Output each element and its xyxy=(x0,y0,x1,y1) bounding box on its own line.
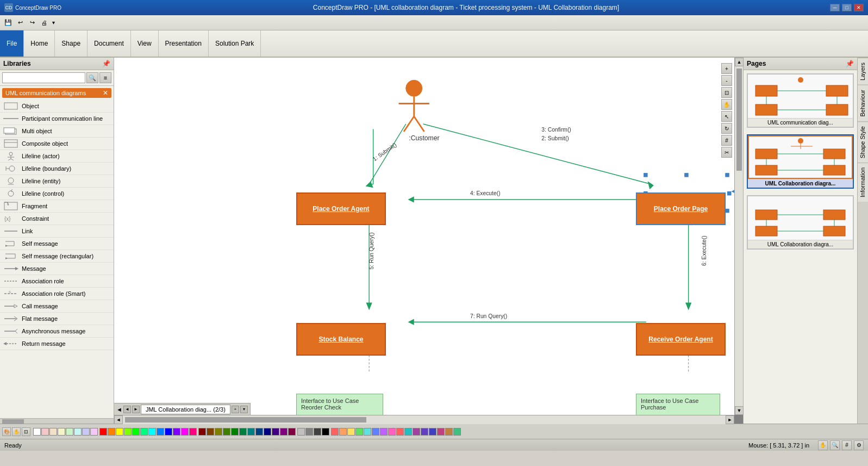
lib-item-fragment[interactable]: Fragment xyxy=(0,200,114,213)
search-button[interactable]: 🔍 xyxy=(86,72,98,83)
swatch-cyan[interactable] xyxy=(148,428,156,436)
swatch-blue[interactable] xyxy=(165,428,172,436)
library-tag-close[interactable]: ✕ xyxy=(103,89,108,97)
swatch-rose[interactable] xyxy=(189,428,197,436)
lib-item-lifeline-actor[interactable]: Lifeline (actor) xyxy=(0,150,114,163)
select-button[interactable]: ↖ xyxy=(721,111,732,122)
swatch-e3[interactable] xyxy=(347,428,355,436)
swatch-navy[interactable] xyxy=(264,428,271,436)
place-order-page-link[interactable]: Place Order Page xyxy=(654,205,708,213)
close-button[interactable]: ✕ xyxy=(854,4,864,11)
lib-item-message[interactable]: Message xyxy=(0,263,114,275)
swatch-light-cyan[interactable] xyxy=(74,428,82,436)
tab-information[interactable]: Information xyxy=(858,163,868,202)
swatch-light-yellow[interactable] xyxy=(58,428,65,436)
swatch-dark-gray[interactable] xyxy=(314,428,321,436)
lib-item-async-message[interactable]: Asynchronous message xyxy=(0,325,114,338)
swatch-light-green[interactable] xyxy=(66,428,73,436)
swatch-dark-violet[interactable] xyxy=(272,428,279,436)
swatch-dark-azure[interactable] xyxy=(255,428,263,436)
swatch-e12[interactable] xyxy=(421,428,428,436)
swatch-peach[interactable] xyxy=(49,428,57,436)
zoom-out-button[interactable]: - xyxy=(721,75,732,86)
lib-item-self-message-rect[interactable]: Self message (rectangular) xyxy=(0,250,114,263)
swatch-e6[interactable] xyxy=(372,428,379,436)
scissors-button[interactable]: ✂ xyxy=(721,147,732,158)
swatch-dark-green[interactable] xyxy=(231,428,239,436)
fit-page-button[interactable]: ⊡ xyxy=(721,87,732,98)
swatch-green[interactable] xyxy=(132,428,140,436)
swatch-yellow[interactable] xyxy=(116,428,123,436)
page-thumb-3[interactable]: UML Collaboration diagra... xyxy=(747,195,854,250)
qa-undo-button[interactable]: ↩ xyxy=(14,17,26,29)
swatch-teal[interactable] xyxy=(247,428,255,436)
lib-item-lifeline-entity[interactable]: Lifeline (entity) xyxy=(0,175,114,188)
swatch-e5[interactable] xyxy=(364,428,371,436)
hand-icon[interactable]: ✋ xyxy=(12,427,21,436)
swatch-black[interactable] xyxy=(322,428,329,436)
scroll-v-thumb[interactable] xyxy=(736,69,742,171)
minimize-button[interactable]: ─ xyxy=(830,4,840,11)
status-zoom-button[interactable]: 🔍 xyxy=(830,440,840,450)
swatch-olive[interactable] xyxy=(215,428,222,436)
tab-solution-park[interactable]: Solution Park xyxy=(209,30,261,57)
swatch-e7[interactable] xyxy=(380,428,388,436)
swatch-e11[interactable] xyxy=(413,428,420,436)
pages-pin-icon[interactable]: 📌 xyxy=(846,60,854,67)
pan-button[interactable]: ✋ xyxy=(721,99,732,110)
swatch-e15[interactable] xyxy=(445,428,453,436)
current-tab-label[interactable]: JML Collaboration diag... (2/3) xyxy=(141,405,230,414)
swatch-light-blue[interactable] xyxy=(82,428,90,436)
filter-button[interactable]: ≡ xyxy=(99,72,111,83)
box-stock-balance[interactable]: Stock Balance xyxy=(296,323,386,356)
grid-button[interactable]: # xyxy=(721,135,732,146)
box-place-order-page[interactable]: Place Order Page xyxy=(636,192,726,225)
swatch-gray[interactable] xyxy=(305,428,313,436)
swatch-magenta[interactable] xyxy=(181,428,189,436)
stock-balance-link[interactable]: Stock Balance xyxy=(319,335,363,343)
lib-item-link[interactable]: Link xyxy=(0,225,114,238)
page-thumb-1[interactable]: UML communication diag... xyxy=(747,73,854,128)
swatch-maroon[interactable] xyxy=(198,428,206,436)
scroll-v-up-button[interactable]: ▲ xyxy=(735,58,744,66)
nav-tab-list-button[interactable]: ▾ xyxy=(240,406,248,413)
swatch-e8[interactable] xyxy=(388,428,396,436)
lib-item-association-role[interactable]: Association role xyxy=(0,275,114,288)
tab-document[interactable]: Document xyxy=(88,30,131,57)
scroll-h-track[interactable] xyxy=(123,415,726,424)
swatch-light-magenta[interactable] xyxy=(90,428,98,436)
qa-redo-button[interactable]: ↪ xyxy=(26,17,38,29)
sidebar-pin-icon[interactable]: 📌 xyxy=(102,60,110,67)
scroll-h-left-button[interactable]: ◄ xyxy=(114,415,123,424)
swatch-purple[interactable] xyxy=(280,428,288,436)
search-input[interactable] xyxy=(2,72,85,83)
swatch-light-pink[interactable] xyxy=(41,428,49,436)
receive-order-agent-link[interactable]: Receive Order Agent xyxy=(648,335,713,343)
lib-item-participant[interactable]: Participant communication line xyxy=(0,113,114,125)
status-hand-button[interactable]: ✋ xyxy=(818,440,828,450)
place-order-agent-link[interactable]: Place Order Agent xyxy=(313,205,369,213)
lib-item-self-message[interactable]: Self message xyxy=(0,238,114,250)
diagram-canvas[interactable]: :Customer 1: Submit() 3: Confirm() 2: Su… xyxy=(114,58,734,415)
maximize-button[interactable]: □ xyxy=(842,4,852,11)
note-purchase[interactable]: Interface to Use Case Purchase xyxy=(636,394,720,415)
lib-item-call-message[interactable]: Call message xyxy=(0,300,114,313)
note-reorder-check[interactable]: Interface to Use Case Reorder Check xyxy=(296,394,383,415)
lib-item-flat-message[interactable]: Flat message xyxy=(0,313,114,325)
tab-shape-style[interactable]: Shape Style xyxy=(858,121,868,163)
lib-item-association-role-smart[interactable]: S Association role (Smart) xyxy=(0,288,114,300)
canvas-scrollbar-h[interactable]: ◄ ► xyxy=(114,415,734,424)
swatch-e13[interactable] xyxy=(429,428,436,436)
swatch-e4[interactable] xyxy=(355,428,363,436)
box-place-order-agent[interactable]: Place Order Agent xyxy=(296,192,386,225)
swatch-e9[interactable] xyxy=(396,428,404,436)
canvas-area[interactable]: :Customer 1: Submit() 3: Confirm() 2: Su… xyxy=(114,58,743,424)
swatch-violet[interactable] xyxy=(173,428,180,436)
swatch-e10[interactable] xyxy=(404,428,412,436)
swatch-white[interactable] xyxy=(33,428,41,436)
nav-next-button[interactable]: ► xyxy=(132,406,140,413)
lib-item-composite[interactable]: Composite object xyxy=(0,138,114,150)
swatch-e2[interactable] xyxy=(339,428,347,436)
tab-file[interactable]: File xyxy=(0,30,24,57)
status-settings-button[interactable]: ⚙ xyxy=(854,440,864,450)
